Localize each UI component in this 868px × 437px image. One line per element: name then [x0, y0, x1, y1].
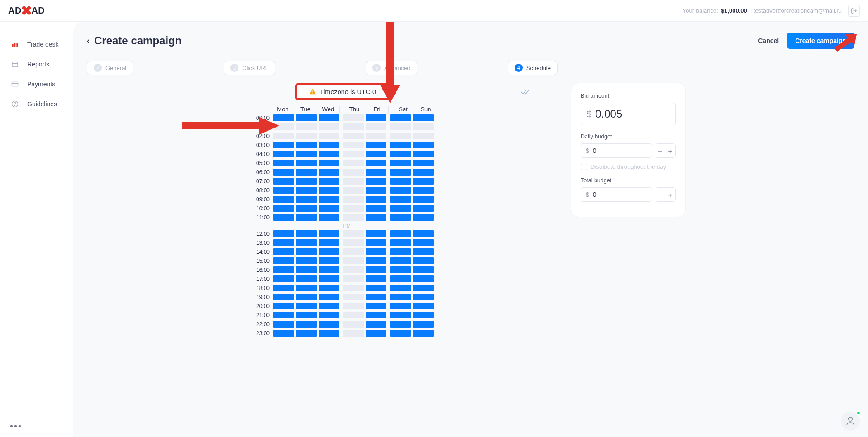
schedule-slot[interactable] [366, 142, 386, 148]
schedule-slot[interactable] [390, 303, 411, 309]
schedule-slot[interactable] [319, 114, 339, 121]
schedule-slot[interactable] [390, 230, 411, 237]
schedule-slot[interactable] [296, 276, 317, 282]
schedule-slot[interactable] [296, 303, 317, 309]
schedule-slot[interactable] [343, 205, 364, 212]
step-click-url[interactable]: 2Click URL [224, 61, 275, 75]
schedule-slot[interactable] [366, 330, 386, 337]
increment-button[interactable]: + [665, 144, 675, 157]
day-header[interactable]: Fri [366, 106, 388, 113]
schedule-slot[interactable] [343, 257, 364, 264]
schedule-slot[interactable] [366, 214, 386, 221]
step-schedule[interactable]: 4Schedule [508, 61, 558, 75]
schedule-slot[interactable] [273, 214, 294, 221]
schedule-slot[interactable] [319, 151, 339, 157]
schedule-slot[interactable] [366, 266, 386, 273]
schedule-slot[interactable] [319, 142, 339, 148]
schedule-slot[interactable] [273, 257, 294, 264]
schedule-slot[interactable] [296, 142, 317, 148]
schedule-slot[interactable] [273, 266, 294, 273]
schedule-slot[interactable] [273, 285, 294, 291]
schedule-slot[interactable] [273, 294, 294, 300]
schedule-slot[interactable] [366, 321, 386, 328]
schedule-slot[interactable] [296, 187, 317, 194]
cancel-button[interactable]: Cancel [758, 37, 779, 44]
schedule-slot[interactable] [273, 142, 294, 148]
schedule-slot[interactable] [343, 294, 364, 300]
schedule-slot[interactable] [273, 230, 294, 237]
schedule-slot[interactable] [366, 248, 386, 255]
schedule-slot[interactable] [413, 248, 434, 255]
schedule-slot[interactable] [273, 114, 294, 121]
schedule-slot[interactable] [296, 239, 317, 246]
schedule-slot[interactable] [390, 330, 411, 337]
schedule-slot[interactable] [413, 178, 434, 185]
schedule-slot[interactable] [296, 294, 317, 300]
schedule-slot[interactable] [390, 151, 411, 157]
schedule-slot[interactable] [296, 114, 317, 121]
schedule-slot[interactable] [343, 321, 364, 328]
schedule-slot[interactable] [366, 187, 386, 194]
schedule-slot[interactable] [413, 196, 434, 203]
schedule-slot[interactable] [319, 276, 339, 282]
schedule-slot[interactable] [390, 178, 411, 185]
schedule-slot[interactable] [366, 303, 386, 309]
schedule-slot[interactable] [296, 178, 317, 185]
schedule-slot[interactable] [273, 151, 294, 157]
schedule-slot[interactable] [296, 248, 317, 255]
schedule-slot[interactable] [319, 266, 339, 273]
total-budget-input[interactable]: $ 0 [581, 187, 652, 202]
schedule-slot[interactable] [413, 187, 434, 194]
schedule-slot[interactable] [296, 330, 317, 337]
schedule-slot[interactable] [343, 303, 364, 309]
schedule-slot[interactable] [273, 124, 294, 130]
schedule-slot[interactable] [343, 266, 364, 273]
more-menu[interactable]: ••• [10, 421, 22, 432]
schedule-slot[interactable] [413, 133, 434, 139]
schedule-slot[interactable] [390, 294, 411, 300]
day-header[interactable]: Wed [317, 106, 339, 113]
schedule-slot[interactable] [366, 294, 386, 300]
logout-button[interactable] [848, 5, 860, 17]
schedule-slot[interactable] [319, 312, 339, 318]
increment-button[interactable]: + [665, 188, 675, 201]
schedule-slot[interactable] [273, 169, 294, 176]
schedule-slot[interactable] [319, 187, 339, 194]
schedule-slot[interactable] [390, 169, 411, 176]
schedule-slot[interactable] [413, 303, 434, 309]
schedule-slot[interactable] [343, 239, 364, 246]
schedule-slot[interactable] [366, 196, 386, 203]
schedule-slot[interactable] [343, 142, 364, 148]
schedule-slot[interactable] [390, 321, 411, 328]
schedule-slot[interactable] [319, 330, 339, 337]
decrement-button[interactable]: − [655, 188, 665, 201]
schedule-slot[interactable] [343, 248, 364, 255]
schedule-slot[interactable] [273, 160, 294, 166]
schedule-slot[interactable] [319, 214, 339, 221]
schedule-slot[interactable] [319, 205, 339, 212]
schedule-slot[interactable] [319, 160, 339, 166]
schedule-slot[interactable] [366, 312, 386, 318]
schedule-slot[interactable] [296, 196, 317, 203]
schedule-slot[interactable] [413, 266, 434, 273]
schedule-slot[interactable] [273, 321, 294, 328]
schedule-slot[interactable] [413, 294, 434, 300]
schedule-slot[interactable] [343, 124, 364, 130]
schedule-slot[interactable] [390, 142, 411, 148]
schedule-slot[interactable] [390, 248, 411, 255]
schedule-slot[interactable] [413, 257, 434, 264]
schedule-slot[interactable] [413, 321, 434, 328]
schedule-slot[interactable] [366, 169, 386, 176]
schedule-slot[interactable] [319, 169, 339, 176]
schedule-slot[interactable] [343, 230, 364, 237]
schedule-slot[interactable] [366, 178, 386, 185]
sidebar-item-guidelines[interactable]: Guidelines [0, 94, 73, 114]
schedule-slot[interactable] [343, 187, 364, 194]
schedule-slot[interactable] [390, 239, 411, 246]
schedule-slot[interactable] [273, 178, 294, 185]
schedule-slot[interactable] [366, 239, 386, 246]
daily-budget-input[interactable]: $ 0 [581, 143, 652, 158]
sidebar-item-trade-desk[interactable]: Trade desk [0, 34, 73, 54]
bid-amount-input[interactable]: $ 0.005 [581, 103, 676, 125]
schedule-slot[interactable] [343, 114, 364, 121]
